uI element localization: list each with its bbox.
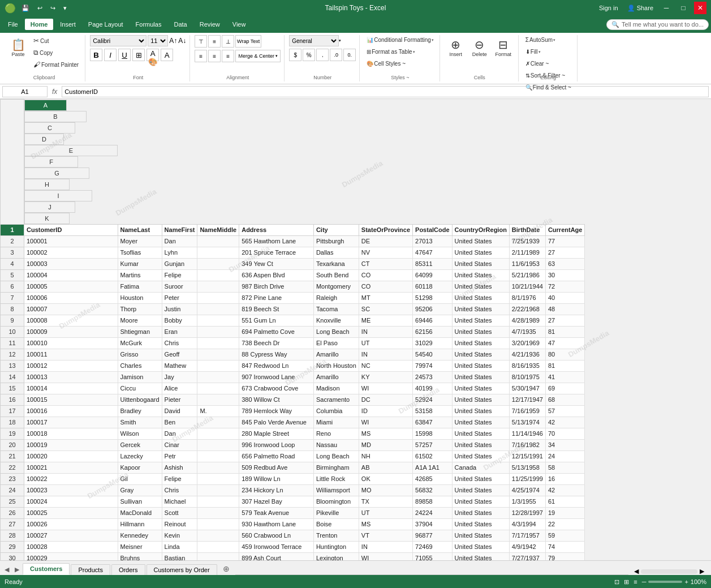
table-row[interactable]: 10100009ShtiegmanEran694 Palmetto CoveLo… <box>1 326 585 337</box>
cell[interactable]: TX <box>359 496 412 507</box>
row-number-cell[interactable]: 3 <box>1 247 24 258</box>
cell[interactable]: 673 Crabwood Cove <box>239 383 314 394</box>
cell[interactable]: 100006 <box>24 292 118 303</box>
cell[interactable]: 4/28/1989 <box>509 315 545 326</box>
col-header-i[interactable]: I <box>24 190 92 201</box>
cell[interactable]: Thorp <box>118 303 162 315</box>
cell[interactable]: 60118 <box>413 281 453 292</box>
cell[interactable]: 7/16/1959 <box>509 405 545 417</box>
cell[interactable]: United States <box>452 326 509 337</box>
cell[interactable]: 12/15/1991 <box>509 450 545 462</box>
cell[interactable]: United States <box>452 484 509 496</box>
paste-button[interactable]: 📋 Paste <box>7 35 29 60</box>
cell[interactable]: Felipe <box>162 473 197 484</box>
cell[interactable]: 40199 <box>413 383 453 394</box>
cut-button[interactable]: ✂ Cut <box>31 35 81 46</box>
scroll-tab-left-button[interactable]: ◀ <box>2 564 11 575</box>
cell[interactable]: AB <box>359 462 412 473</box>
menu-data[interactable]: Data <box>168 19 192 30</box>
cell[interactable] <box>197 530 239 541</box>
cell[interactable]: IN <box>359 541 412 552</box>
sheet-tab-products[interactable]: Products <box>71 564 110 575</box>
cell[interactable]: 100022 <box>24 473 118 484</box>
cell[interactable]: Pikeville <box>313 507 359 518</box>
cell[interactable]: 69446 <box>413 315 453 326</box>
table-row[interactable]: 23100022GilFelipe189 Willow LnLittle Roc… <box>1 473 585 484</box>
sheet-tab-customers-by-order[interactable]: Customers by Order <box>146 564 217 575</box>
cell-styles-button[interactable]: 🎨 Cell Styles ~ <box>364 59 408 68</box>
number-format-select[interactable]: General <box>289 35 339 46</box>
share-button[interactable]: 👤 Share <box>625 3 656 13</box>
cell[interactable]: 11/25/1999 <box>509 473 545 484</box>
cell[interactable]: Boise <box>313 518 359 530</box>
cell[interactable]: 789 Hemlock Way <box>239 405 314 417</box>
table-row[interactable]: 28100027KennedeyKevin560 Crabwood LnTren… <box>1 530 585 541</box>
cell[interactable]: United States <box>452 258 509 269</box>
cell[interactable]: David <box>162 405 197 417</box>
table-row[interactable]: 21100020LazeckyPetr656 Palmetto RoadLong… <box>1 450 585 462</box>
cell[interactable]: StateOrProvince <box>359 224 412 235</box>
find-select-button[interactable]: 🔍 Find & Select ~ <box>523 83 574 92</box>
cell[interactable]: 459 Ironwood Terrace <box>239 541 314 552</box>
currency-button[interactable]: $ <box>289 49 301 61</box>
cell[interactable]: CurrentAge <box>545 224 585 235</box>
row-number-cell[interactable]: 15 <box>1 383 24 394</box>
cell[interactable]: MS <box>359 518 412 530</box>
cell[interactable]: Bruhns <box>118 552 162 560</box>
cell[interactable]: DE <box>359 235 412 247</box>
row-number-cell[interactable]: 13 <box>1 360 24 371</box>
cell[interactable]: Knoxville <box>313 315 359 326</box>
cell[interactable]: United States <box>452 530 509 541</box>
table-row[interactable]: 19100018WilsonDan280 Maple StreetRenoMS1… <box>1 428 585 439</box>
cell[interactable]: 11/6/1953 <box>509 258 545 269</box>
cell[interactable]: 694 Palmetto Cove <box>239 326 314 337</box>
cell[interactable]: 79974 <box>413 360 453 371</box>
cell[interactable]: 100014 <box>24 383 118 394</box>
cell[interactable]: Bobby <box>162 315 197 326</box>
cell[interactable] <box>197 235 239 247</box>
redo-button[interactable]: ↪ <box>48 3 58 13</box>
cell[interactable]: 907 Ironwood Lane <box>239 371 314 383</box>
delete-button[interactable]: ⊖ Delete <box>468 35 491 60</box>
cell[interactable]: CountryOrRegion <box>452 224 509 235</box>
cell[interactable]: United States <box>452 518 509 530</box>
row-number-cell[interactable]: 2 <box>1 235 24 247</box>
cell[interactable] <box>197 315 239 326</box>
cell[interactable]: NameLast <box>118 224 162 235</box>
table-row[interactable]: 30100029BruhnsBastian899 Ash CourtLexing… <box>1 552 585 560</box>
cell[interactable]: 95206 <box>413 303 453 315</box>
cell[interactable]: Ciccu <box>118 383 162 394</box>
cell[interactable]: 7/16/1982 <box>509 439 545 450</box>
cell[interactable]: Address <box>239 224 314 235</box>
cell[interactable]: Fatima <box>118 281 162 292</box>
cell[interactable]: Kennedey <box>118 530 162 541</box>
cell[interactable]: United States <box>452 269 509 281</box>
cell[interactable]: Kapoor <box>118 462 162 473</box>
cell[interactable]: Michael <box>162 496 197 507</box>
cell[interactable]: Hillmann <box>118 518 162 530</box>
cell[interactable]: 100012 <box>24 360 118 371</box>
cell[interactable]: 100005 <box>24 281 118 292</box>
cell[interactable]: 509 Redbud Ave <box>239 462 314 473</box>
col-header-h[interactable]: H <box>24 179 70 190</box>
cell[interactable]: 62156 <box>413 326 453 337</box>
col-header-e[interactable]: E <box>24 145 118 156</box>
row-number-cell[interactable]: 8 <box>1 303 24 315</box>
cell[interactable]: Meisner <box>118 541 162 552</box>
cell[interactable]: 5/21/1986 <box>509 269 545 281</box>
cell[interactable]: 56832 <box>413 484 453 496</box>
cell[interactable]: 872 Pine Lane <box>239 292 314 303</box>
fill-button[interactable]: ⬇ Fill ▾ <box>523 47 543 57</box>
zoom-in-button[interactable]: + <box>684 578 688 585</box>
cell[interactable]: 80 <box>545 349 585 360</box>
cell[interactable]: 51298 <box>413 292 453 303</box>
cell[interactable]: CustomerID <box>24 224 118 235</box>
cell[interactable]: Reno <box>313 428 359 439</box>
align-left-button[interactable]: ≡ <box>195 50 207 62</box>
cell[interactable]: Madison <box>313 383 359 394</box>
row-number-cell[interactable]: 18 <box>1 417 24 428</box>
cell[interactable]: 2/22/1968 <box>509 303 545 315</box>
cell[interactable]: 24573 <box>413 371 453 383</box>
tell-me-box[interactable]: 🔍 Tell me what you want to do... <box>606 19 709 30</box>
cell[interactable]: 61502 <box>413 450 453 462</box>
